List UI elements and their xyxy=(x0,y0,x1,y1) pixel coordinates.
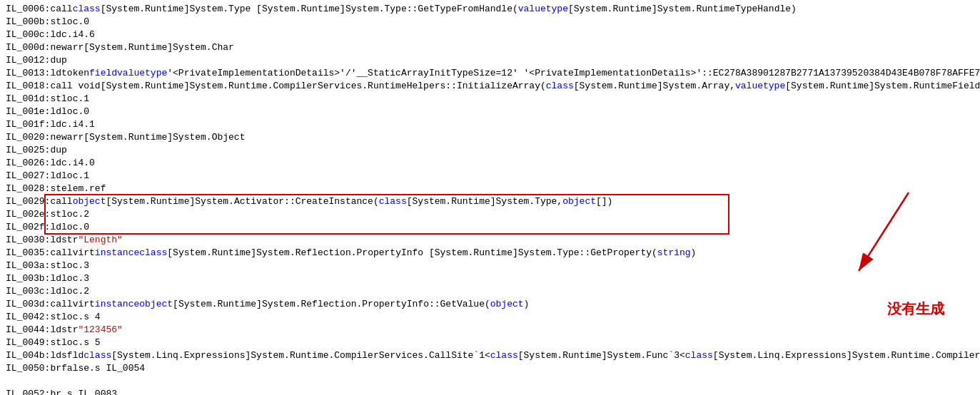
code-segment: [System.Runtime]System.Reflection.Proper… xyxy=(173,298,490,311)
code-segment: [System.Runtime]System.Object xyxy=(84,131,245,144)
code-segment: stelem.ref xyxy=(50,183,106,195)
code-segment: IL_0028: xyxy=(6,183,50,195)
code-lines: IL_0006: call class [System.Runtime]Syst… xyxy=(0,3,980,395)
code-segment: newarr xyxy=(50,131,84,144)
code-segment: [System.Runtime]System.Type, xyxy=(407,195,562,208)
code-segment: instance xyxy=(95,247,139,260)
code-segment: string xyxy=(657,247,691,260)
code-line: IL_0027: ldloc.1 xyxy=(0,170,980,183)
code-segment: ldloc.0 xyxy=(50,221,89,234)
code-segment: [System.Runtime]System.Type [System.Runt… xyxy=(101,3,518,16)
code-segment: ldsfld xyxy=(50,349,84,362)
code-segment: [System.Linq.Expressions]System.Runtime.… xyxy=(713,349,980,362)
code-segment: newarr xyxy=(50,41,84,54)
code-segment: IL_0049: xyxy=(6,337,50,349)
code-segment: IL_000b: xyxy=(6,16,50,29)
code-line: IL_0012: dup xyxy=(0,54,980,67)
code-segment: dup xyxy=(50,144,66,157)
code-segment: IL_0013: xyxy=(6,67,50,80)
code-segment: [System.Runtime]System.RuntimeFieldHandl… xyxy=(785,80,980,93)
code-segment: ldloc.1 xyxy=(50,170,89,183)
code-segment: ldstr xyxy=(50,234,78,247)
code-segment: [System.Runtime]System.RuntimeTypeHandle… xyxy=(568,3,797,16)
code-segment: class xyxy=(139,247,167,260)
code-line: IL_001f: ldc.i4.1 xyxy=(0,118,980,131)
code-segment: IL_0042: xyxy=(6,311,50,324)
code-segment: '<PrivateImplementationDetails>'/'__Stat… xyxy=(167,67,980,80)
code-line: IL_0042: stloc.s 4 xyxy=(0,311,980,324)
code-segment: IL_001f: xyxy=(6,118,50,131)
code-line: IL_002e: stloc.2 xyxy=(0,208,980,221)
code-segment: [System.Runtime]System.Runtime.CompilerS… xyxy=(101,80,546,93)
code-line: IL_0044: ldstr "123456" xyxy=(0,324,980,337)
code-line: IL_0035: callvirt instance class [System… xyxy=(0,247,980,260)
annotation-arrow xyxy=(837,185,923,285)
code-segment: IL_0050: xyxy=(6,362,50,375)
code-line: IL_000b: stloc.0 xyxy=(0,16,980,29)
code-segment: call void xyxy=(50,80,100,93)
code-segment: "Length" xyxy=(78,234,122,247)
code-line: IL_0028: stelem.ref xyxy=(0,183,980,195)
code-segment: ldloc.3 xyxy=(50,272,89,285)
code-segment: IL_001e: xyxy=(6,106,50,118)
code-segment: [System.Runtime]System.Reflection.Proper… xyxy=(167,247,657,260)
code-line: IL_003b: ldloc.3 xyxy=(0,272,980,285)
code-segment: dup xyxy=(50,54,66,67)
code-segment: IL_0030: xyxy=(6,234,50,247)
code-segment: class xyxy=(685,349,713,362)
code-segment: callvirt xyxy=(50,298,94,311)
code-segment: IL_0020: xyxy=(6,131,50,144)
code-segment: IL_000c: xyxy=(6,29,50,41)
code-segment: IL_002e: xyxy=(6,208,50,221)
code-segment: stloc.3 xyxy=(50,260,89,272)
code-segment: IL_0035: xyxy=(6,247,50,260)
code-segment: class xyxy=(379,195,407,208)
code-segment: []) xyxy=(596,195,612,208)
code-segment: IL_0052: xyxy=(6,388,50,395)
code-line: IL_0049: stloc.s 5 xyxy=(0,337,980,349)
code-line: IL_004b: ldsfld class [System.Linq.Expre… xyxy=(0,349,980,362)
code-line: IL_003c: ldloc.2 xyxy=(0,285,980,298)
code-segment: br.s IL_0083 xyxy=(50,388,117,395)
annotation-text: 没有生成 xyxy=(887,299,944,319)
code-segment: ldloc.0 xyxy=(50,106,89,118)
code-segment: class xyxy=(84,349,111,362)
code-segment: IL_004b: xyxy=(6,349,50,362)
code-segment: call xyxy=(50,3,72,16)
code-segment: IL_0044: xyxy=(6,324,50,337)
code-segment: class xyxy=(546,80,574,93)
code-segment: [System.Runtime]System.Func`3< xyxy=(518,349,685,362)
code-segment: call xyxy=(50,195,72,208)
code-segment: valuetype xyxy=(117,67,167,80)
code-segment: [System.Runtime]System.Activator::Create… xyxy=(106,195,378,208)
code-segment: field xyxy=(89,67,117,80)
code-segment: stloc.s 5 xyxy=(50,337,100,349)
code-line: IL_001e: ldloc.0 xyxy=(0,106,980,118)
code-line: IL_002f: ldloc.0 xyxy=(0,221,980,234)
code-segment: object xyxy=(562,195,596,208)
code-line: IL_000d: newarr [System.Runtime]System.C… xyxy=(0,41,980,54)
code-line: IL_0006: call class [System.Runtime]Syst… xyxy=(0,3,980,16)
code-view: IL_0006: call class [System.Runtime]Syst… xyxy=(0,0,980,395)
code-segment: callvirt xyxy=(50,247,94,260)
code-segment: object xyxy=(490,298,524,311)
code-segment: ldc.i4.1 xyxy=(50,118,94,131)
code-segment: IL_002f: xyxy=(6,221,50,234)
empty-line xyxy=(0,375,980,388)
code-segment: IL_0029: xyxy=(6,195,50,208)
code-segment: stloc.0 xyxy=(50,16,89,29)
svg-line-1 xyxy=(859,193,909,271)
code-line: IL_003d: callvirt instance object [Syste… xyxy=(0,298,980,311)
code-line: IL_0030: ldstr "Length" xyxy=(0,234,980,247)
code-line: IL_0020: newarr [System.Runtime]System.O… xyxy=(0,131,980,144)
code-line: IL_0013: ldtoken field valuetype '<Priva… xyxy=(0,67,980,80)
code-line: IL_0025: dup xyxy=(0,144,980,157)
code-line: IL_0050: brfalse.s IL_0054 xyxy=(0,362,980,375)
code-line: IL_003a: stloc.3 xyxy=(0,260,980,272)
code-segment: ) xyxy=(524,298,530,311)
code-segment: IL_003d: xyxy=(6,298,50,311)
code-segment: brfalse.s IL_0054 xyxy=(50,362,145,375)
code-segment: object xyxy=(73,195,106,208)
code-segment: ldtoken xyxy=(50,67,89,80)
code-segment: IL_0018: xyxy=(6,80,50,93)
